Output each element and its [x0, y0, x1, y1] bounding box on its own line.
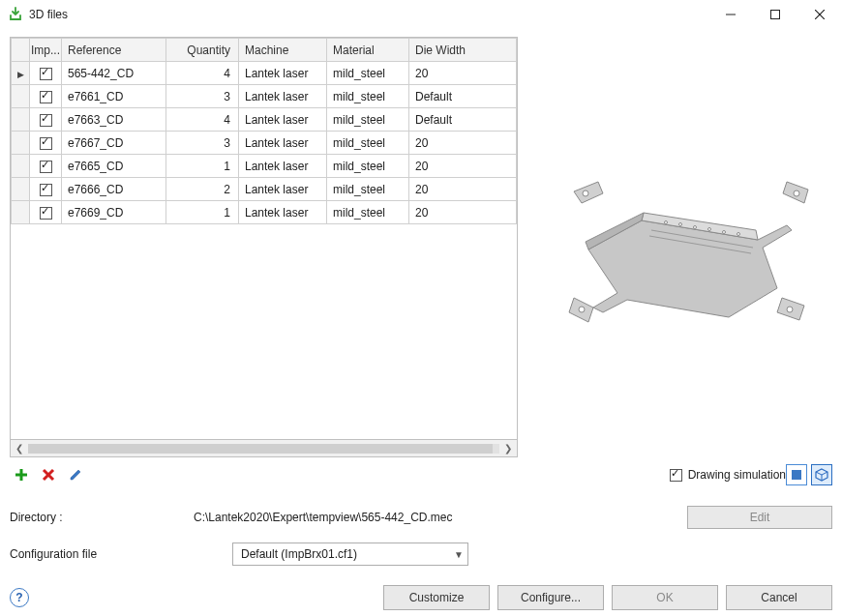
scroll-right-icon[interactable]: ❯	[501, 443, 515, 454]
close-button[interactable]	[797, 0, 842, 29]
cell-machine[interactable]: Lantek laser	[239, 155, 327, 178]
table-row[interactable]: e7665_CD1Lantek lasermild_steel20	[12, 155, 517, 178]
cell-machine[interactable]: Lantek laser	[239, 108, 327, 132]
cell-diewidth[interactable]: 20	[409, 62, 517, 85]
cell-reference[interactable]: e7667_CD	[62, 132, 166, 155]
minimize-button[interactable]	[708, 0, 753, 29]
view-3d-button[interactable]	[811, 464, 832, 485]
cell-diewidth[interactable]: Default	[409, 108, 517, 132]
cell-import[interactable]	[30, 201, 62, 224]
app-icon	[8, 7, 23, 22]
cell-import[interactable]	[30, 155, 62, 178]
checkbox-icon	[40, 68, 52, 80]
row-header[interactable]	[12, 201, 30, 224]
svg-rect-27	[792, 470, 801, 480]
cell-machine[interactable]: Lantek laser	[239, 85, 327, 108]
table-row[interactable]: e7666_CD2Lantek lasermild_steel20	[12, 178, 517, 201]
grid-panel: Imp... Reference Quantity Machine Materi…	[10, 37, 518, 457]
col-header-quantity[interactable]: Quantity	[166, 39, 239, 62]
cell-machine[interactable]: Lantek laser	[239, 62, 327, 85]
cell-diewidth[interactable]: 20	[409, 132, 517, 155]
col-header-diewidth[interactable]: Die Width	[409, 39, 517, 62]
config-file-dropdown[interactable]: Default (ImpBrx01.cf1) ▼	[232, 543, 468, 566]
edit-row-button[interactable]	[64, 463, 87, 486]
cell-quantity[interactable]: 4	[166, 62, 239, 85]
cell-material[interactable]: mild_steel	[327, 108, 409, 132]
row-header[interactable]	[12, 108, 30, 132]
data-grid[interactable]: Imp... Reference Quantity Machine Materi…	[10, 37, 518, 440]
cell-material[interactable]: mild_steel	[327, 155, 409, 178]
cell-diewidth[interactable]: 20	[409, 178, 517, 201]
svg-point-17	[664, 221, 667, 224]
cell-quantity[interactable]: 1	[166, 155, 239, 178]
cell-quantity[interactable]: 3	[166, 85, 239, 108]
cancel-button[interactable]: Cancel	[726, 585, 832, 610]
cell-reference[interactable]: e7661_CD	[62, 85, 166, 108]
directory-value: C:\Lantek2020\Expert\tempview\565-442_CD…	[194, 511, 687, 524]
cell-import[interactable]	[30, 108, 62, 132]
cell-material[interactable]: mild_steel	[327, 62, 409, 85]
row-header[interactable]	[12, 132, 30, 155]
view-2d-button[interactable]	[786, 464, 807, 485]
col-header-reference[interactable]: Reference	[62, 39, 166, 62]
table-row[interactable]: e7661_CD3Lantek lasermild_steelDefault	[12, 85, 517, 108]
table-row[interactable]: ▶565-442_CD4Lantek lasermild_steel20	[12, 62, 517, 85]
cell-reference[interactable]: e7665_CD	[62, 155, 166, 178]
cell-material[interactable]: mild_steel	[327, 201, 409, 224]
drawing-simulation-checkbox[interactable]: Drawing simulation	[670, 468, 786, 482]
scroll-left-icon[interactable]: ❮	[13, 443, 26, 454]
config-file-label: Configuration file	[10, 547, 232, 561]
table-row[interactable]: e7669_CD1Lantek lasermild_steel20	[12, 201, 517, 224]
delete-row-button[interactable]	[37, 463, 60, 486]
cell-quantity[interactable]: 1	[166, 201, 239, 224]
cell-diewidth[interactable]: 20	[409, 201, 517, 224]
drawing-simulation-label: Drawing simulation	[688, 468, 786, 482]
row-header[interactable]	[12, 85, 30, 108]
checkbox-icon	[40, 207, 52, 220]
cell-import[interactable]	[30, 178, 62, 201]
titlebar: 3D files	[0, 0, 842, 29]
chevron-down-icon: ▼	[454, 549, 464, 560]
cell-reference[interactable]: e7666_CD	[62, 178, 166, 201]
help-button[interactable]: ?	[10, 588, 29, 607]
add-row-button[interactable]	[10, 463, 33, 486]
cell-reference[interactable]: e7663_CD	[62, 108, 166, 132]
row-header[interactable]	[12, 155, 30, 178]
col-header-rowselector[interactable]	[12, 39, 30, 62]
cell-quantity[interactable]: 2	[166, 178, 239, 201]
cell-quantity[interactable]: 3	[166, 132, 239, 155]
checkbox-icon	[40, 184, 52, 196]
col-header-material[interactable]: Material	[327, 39, 409, 62]
configure-button[interactable]: Configure...	[497, 585, 604, 610]
edit-directory-button[interactable]: Edit	[687, 506, 832, 529]
checkbox-icon	[40, 137, 52, 150]
cell-machine[interactable]: Lantek laser	[239, 178, 327, 201]
cell-machine[interactable]: Lantek laser	[239, 132, 327, 155]
maximize-button[interactable]	[753, 0, 797, 29]
svg-point-13	[583, 191, 588, 196]
cell-diewidth[interactable]: Default	[409, 85, 517, 108]
cell-machine[interactable]: Lantek laser	[239, 201, 327, 224]
col-header-import[interactable]: Imp...	[30, 39, 62, 62]
row-header[interactable]	[12, 178, 30, 201]
grid-horizontal-scrollbar[interactable]: ❮ ❯	[10, 440, 518, 457]
row-pointer-icon: ▶	[17, 70, 24, 79]
row-header[interactable]: ▶	[12, 62, 30, 85]
cell-reference[interactable]: e7669_CD	[62, 201, 166, 224]
customize-button[interactable]: Customize	[383, 585, 490, 610]
table-row[interactable]: e7663_CD4Lantek lasermild_steelDefault	[12, 108, 517, 132]
cell-diewidth[interactable]: 20	[409, 155, 517, 178]
cell-material[interactable]: mild_steel	[327, 178, 409, 201]
cell-reference[interactable]: 565-442_CD	[62, 62, 166, 85]
cell-material[interactable]: mild_steel	[327, 85, 409, 108]
cell-material[interactable]: mild_steel	[327, 132, 409, 155]
svg-line-29	[816, 472, 822, 475]
col-header-machine[interactable]: Machine	[239, 39, 327, 62]
cell-import[interactable]	[30, 85, 62, 108]
config-file-selected: Default (ImpBrx01.cf1)	[241, 547, 357, 561]
cell-import[interactable]	[30, 62, 62, 85]
cell-quantity[interactable]: 4	[166, 108, 239, 132]
table-row[interactable]: e7667_CD3Lantek lasermild_steel20	[12, 132, 517, 155]
cell-import[interactable]	[30, 132, 62, 155]
ok-button[interactable]: OK	[612, 585, 718, 610]
